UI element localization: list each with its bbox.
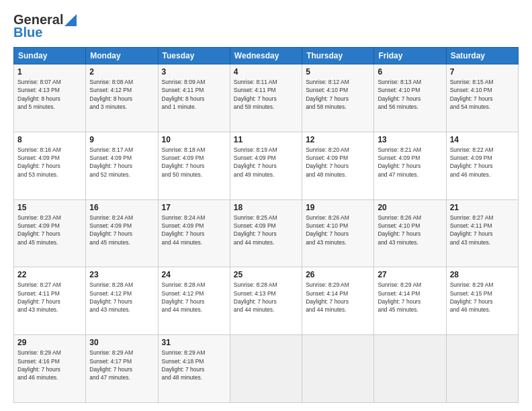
day-info: Sunrise: 8:26 AMSunset: 4:10 PMDaylight:…: [378, 214, 442, 246]
day-info: Sunrise: 8:08 AMSunset: 4:12 PMDaylight:…: [89, 78, 154, 111]
day-number: 7: [450, 67, 515, 77]
day-info: Sunrise: 8:17 AMSunset: 4:09 PMDaylight:…: [89, 146, 154, 179]
day-cell: 12Sunrise: 8:20 AMSunset: 4:09 PMDayligh…: [302, 132, 374, 199]
day-number: 20: [378, 203, 442, 212]
day-info: Sunrise: 8:19 AMSunset: 4:09 PMDaylight:…: [234, 146, 298, 179]
day-cell: 31Sunrise: 8:29 AMSunset: 4:18 PMDayligh…: [158, 335, 230, 403]
day-cell: 14Sunrise: 8:22 AMSunset: 4:09 PMDayligh…: [446, 132, 518, 199]
day-cell: 4Sunrise: 8:11 AMSunset: 4:11 PMDaylight…: [230, 64, 302, 132]
day-info: Sunrise: 8:09 AMSunset: 4:11 PMDaylight:…: [162, 78, 226, 111]
day-cell: 20Sunrise: 8:26 AMSunset: 4:10 PMDayligh…: [374, 199, 446, 267]
col-header-tuesday: Tuesday: [158, 48, 230, 64]
day-number: 19: [306, 203, 370, 212]
day-info: Sunrise: 8:18 AMSunset: 4:09 PMDaylight:…: [162, 146, 226, 179]
day-cell: 6Sunrise: 8:13 AMSunset: 4:10 PMDaylight…: [374, 64, 446, 132]
day-number: 13: [378, 135, 442, 144]
day-cell: 18Sunrise: 8:25 AMSunset: 4:09 PMDayligh…: [230, 199, 302, 267]
day-info: Sunrise: 8:29 AMSunset: 4:14 PMDaylight:…: [378, 281, 442, 314]
day-cell: 21Sunrise: 8:27 AMSunset: 4:11 PMDayligh…: [446, 199, 518, 267]
day-cell: [374, 335, 446, 403]
day-cell: [302, 335, 374, 403]
day-info: Sunrise: 8:22 AMSunset: 4:09 PMDaylight:…: [450, 146, 515, 179]
day-cell: 7Sunrise: 8:15 AMSunset: 4:10 PMDaylight…: [446, 64, 518, 132]
day-cell: 2Sunrise: 8:08 AMSunset: 4:12 PMDaylight…: [86, 64, 158, 132]
calendar-table: SundayMondayTuesdayWednesdayThursdayFrid…: [13, 47, 519, 403]
day-cell: 1Sunrise: 8:07 AMSunset: 4:13 PMDaylight…: [14, 64, 86, 132]
day-number: 10: [162, 135, 226, 144]
day-info: Sunrise: 8:29 AMSunset: 4:17 PMDaylight:…: [89, 349, 154, 381]
day-info: Sunrise: 8:24 AMSunset: 4:09 PMDaylight:…: [89, 214, 154, 246]
week-row-4: 29Sunrise: 8:29 AMSunset: 4:16 PMDayligh…: [14, 335, 519, 403]
day-info: Sunrise: 8:29 AMSunset: 4:14 PMDaylight:…: [306, 281, 370, 314]
day-number: 14: [450, 135, 515, 144]
week-row-0: 1Sunrise: 8:07 AMSunset: 4:13 PMDaylight…: [14, 64, 519, 132]
col-header-monday: Monday: [86, 48, 158, 64]
day-cell: 22Sunrise: 8:27 AMSunset: 4:11 PMDayligh…: [14, 267, 86, 335]
week-row-3: 22Sunrise: 8:27 AMSunset: 4:11 PMDayligh…: [14, 267, 519, 335]
day-info: Sunrise: 8:28 AMSunset: 4:12 PMDaylight:…: [89, 281, 154, 314]
day-cell: 15Sunrise: 8:23 AMSunset: 4:09 PMDayligh…: [14, 199, 86, 267]
day-info: Sunrise: 8:12 AMSunset: 4:10 PMDaylight:…: [306, 78, 370, 111]
day-number: 11: [234, 135, 298, 144]
day-info: Sunrise: 8:29 AMSunset: 4:15 PMDaylight:…: [450, 281, 515, 314]
day-info: Sunrise: 8:28 AMSunset: 4:12 PMDaylight:…: [162, 281, 226, 314]
day-info: Sunrise: 8:11 AMSunset: 4:11 PMDaylight:…: [234, 78, 298, 111]
day-number: 21: [450, 203, 515, 212]
day-cell: 5Sunrise: 8:12 AMSunset: 4:10 PMDaylight…: [302, 64, 374, 132]
day-info: Sunrise: 8:20 AMSunset: 4:09 PMDaylight:…: [306, 146, 370, 179]
day-info: Sunrise: 8:21 AMSunset: 4:09 PMDaylight:…: [378, 146, 442, 179]
day-number: 24: [162, 270, 226, 279]
day-number: 23: [89, 270, 154, 279]
day-number: 25: [234, 270, 298, 279]
day-info: Sunrise: 8:16 AMSunset: 4:09 PMDaylight:…: [17, 146, 82, 179]
day-number: 26: [306, 270, 370, 279]
day-cell: 11Sunrise: 8:19 AMSunset: 4:09 PMDayligh…: [230, 132, 302, 199]
day-info: Sunrise: 8:24 AMSunset: 4:09 PMDaylight:…: [162, 214, 226, 246]
day-cell: 13Sunrise: 8:21 AMSunset: 4:09 PMDayligh…: [374, 132, 446, 199]
day-info: Sunrise: 8:28 AMSunset: 4:13 PMDaylight:…: [234, 281, 298, 314]
day-number: 28: [450, 270, 515, 279]
day-number: 31: [162, 338, 226, 347]
day-cell: 16Sunrise: 8:24 AMSunset: 4:09 PMDayligh…: [86, 199, 158, 267]
day-number: 17: [162, 203, 226, 212]
day-cell: 24Sunrise: 8:28 AMSunset: 4:12 PMDayligh…: [158, 267, 230, 335]
svg-marker-0: [64, 14, 77, 26]
day-cell: 19Sunrise: 8:26 AMSunset: 4:10 PMDayligh…: [302, 199, 374, 267]
day-info: Sunrise: 8:07 AMSunset: 4:13 PMDaylight:…: [17, 78, 82, 111]
day-number: 15: [17, 203, 82, 212]
day-number: 27: [378, 270, 442, 279]
day-info: Sunrise: 8:13 AMSunset: 4:10 PMDaylight:…: [378, 78, 442, 111]
day-number: 29: [17, 338, 82, 347]
day-number: 6: [378, 67, 442, 77]
day-info: Sunrise: 8:25 AMSunset: 4:09 PMDaylight:…: [234, 214, 298, 246]
day-number: 4: [234, 67, 298, 77]
day-number: 22: [17, 270, 82, 279]
day-cell: 30Sunrise: 8:29 AMSunset: 4:17 PMDayligh…: [86, 335, 158, 403]
col-header-thursday: Thursday: [302, 48, 374, 64]
col-header-saturday: Saturday: [446, 48, 518, 64]
day-cell: 26Sunrise: 8:29 AMSunset: 4:14 PMDayligh…: [302, 267, 374, 335]
week-row-1: 8Sunrise: 8:16 AMSunset: 4:09 PMDaylight…: [14, 132, 519, 199]
day-number: 1: [17, 67, 82, 77]
day-cell: 9Sunrise: 8:17 AMSunset: 4:09 PMDaylight…: [86, 132, 158, 199]
day-number: 5: [306, 67, 370, 77]
day-info: Sunrise: 8:27 AMSunset: 4:11 PMDaylight:…: [450, 214, 515, 246]
day-number: 2: [89, 67, 154, 77]
day-number: 18: [234, 203, 298, 212]
day-cell: 3Sunrise: 8:09 AMSunset: 4:11 PMDaylight…: [158, 64, 230, 132]
logo-blue: Blue: [13, 25, 42, 40]
day-cell: 25Sunrise: 8:28 AMSunset: 4:13 PMDayligh…: [230, 267, 302, 335]
day-cell: 17Sunrise: 8:24 AMSunset: 4:09 PMDayligh…: [158, 199, 230, 267]
day-number: 30: [89, 338, 154, 347]
day-info: Sunrise: 8:15 AMSunset: 4:10 PMDaylight:…: [450, 78, 515, 111]
header-row: SundayMondayTuesdayWednesdayThursdayFrid…: [14, 48, 519, 64]
day-number: 9: [89, 135, 154, 144]
col-header-friday: Friday: [374, 48, 446, 64]
day-cell: 29Sunrise: 8:29 AMSunset: 4:16 PMDayligh…: [14, 335, 86, 403]
day-info: Sunrise: 8:27 AMSunset: 4:11 PMDaylight:…: [17, 281, 82, 314]
day-cell: [446, 335, 518, 403]
day-info: Sunrise: 8:29 AMSunset: 4:16 PMDaylight:…: [17, 349, 82, 381]
day-cell: 27Sunrise: 8:29 AMSunset: 4:14 PMDayligh…: [374, 267, 446, 335]
day-info: Sunrise: 8:26 AMSunset: 4:10 PMDaylight:…: [306, 214, 370, 246]
page: General Blue SundayMondayTuesdayWednesda…: [0, 0, 532, 411]
